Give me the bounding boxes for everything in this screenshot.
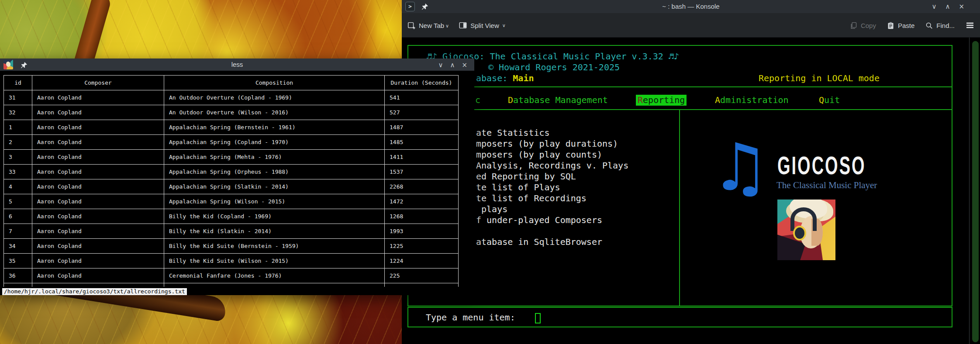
table-cell: Aaron Copland [32, 165, 164, 179]
paste-icon [887, 21, 895, 30]
table-row: 32Aaron CoplandAn Outdoor Overture (Wils… [4, 105, 459, 120]
new-tab-button[interactable]: New Tab ∨ [407, 21, 449, 30]
terminal-cursor[interactable] [535, 313, 541, 323]
maximize-button[interactable]: ∧ [945, 3, 950, 10]
menu-bar-item[interactable]: Administration [715, 95, 789, 106]
menu-bar-item[interactable]: Database Management [508, 95, 608, 106]
split-view-icon [459, 21, 467, 30]
new-tab-icon [407, 21, 416, 30]
table-cell: Aaron Copland [32, 90, 164, 105]
table-cell: Appalachian Spring (Slatkin - 2014) [164, 179, 385, 194]
maximize-button[interactable]: ∧ [450, 62, 455, 69]
menu-bar-item[interactable]: c [475, 95, 480, 106]
menu-list-item[interactable]: ate Statistics [476, 127, 550, 138]
table-row: 5Aaron CoplandAppalachian Spring (Wilson… [4, 194, 459, 209]
table-row: 33Aaron CoplandAppalachian Spring (Orphe… [4, 165, 459, 179]
close-button[interactable]: × [959, 3, 964, 10]
menu-bar-item[interactable]: Reporting [636, 95, 687, 106]
table-header-row: id Composer Composition Duration (Second… [4, 76, 459, 90]
table-cell: 1 [4, 120, 32, 135]
less-table-body: 31Aaron CoplandAn Outdoor Overture (Copl… [4, 90, 459, 287]
table-row-partial [4, 283, 459, 287]
table-cell: Aaron Copland [32, 268, 164, 283]
scrollbar-thumb[interactable] [972, 41, 979, 342]
paste-button[interactable]: Paste [887, 21, 914, 30]
copy-button[interactable]: Copy [849, 21, 876, 30]
menu-list-item[interactable]: atabase in SqliteBrowser [476, 237, 602, 248]
split-view-button[interactable]: Split View ∨ [459, 21, 506, 30]
column-header-id: id [4, 76, 32, 90]
table-cell: Aaron Copland [32, 194, 164, 209]
menu-list-item[interactable]: te list of Recordings [476, 193, 587, 204]
table-cell: 1224 [385, 254, 459, 268]
chevron-down-icon[interactable]: ∨ [502, 23, 506, 28]
table-cell: 1485 [385, 135, 459, 150]
menu-accelerator: D [508, 95, 513, 105]
menu-bar-item[interactable]: Quit [819, 95, 840, 106]
table-row: 31Aaron CoplandAn Outdoor Overture (Copl… [4, 90, 459, 105]
table-cell [385, 283, 459, 287]
menu-list-item[interactable]: mposers (by play durations) [476, 138, 618, 149]
menu-list-item[interactable]: Analysis, Recordings v. Plays [476, 160, 628, 171]
giocoso-logo-text: GIOCOSO [777, 152, 866, 180]
window-title: ~ : bash — Konsole [402, 0, 980, 13]
menu-accelerator: R [638, 95, 643, 105]
table-row: 36Aaron CoplandCeremonial Fanfare (Jones… [4, 268, 459, 283]
table-cell: Ceremonial Fanfare (Jones - 1976) [164, 268, 385, 283]
minimize-button[interactable]: ∨ [438, 62, 443, 69]
menu-list-item[interactable]: mposers (by play counts) [476, 149, 602, 160]
menu-list-item[interactable]: f under-played Composers [476, 215, 602, 226]
table-cell: Appalachian Spring (Copland - 1970) [164, 135, 385, 150]
status-file-path: /home/hjr/.local/share/giocoso3/txt/allr… [2, 288, 187, 295]
minimize-button[interactable]: ∨ [932, 3, 936, 10]
giocoso-copyright: © Howard Rogers 2021-2025 [488, 62, 620, 73]
table-cell: 32 [4, 105, 32, 120]
menu-label: uit [824, 95, 840, 105]
find-button[interactable]: Find... [925, 21, 955, 30]
less-titlebar[interactable]: less ∨ ∧ × [0, 58, 474, 71]
table-cell: 1993 [385, 224, 459, 239]
table-cell: Aaron Copland [32, 105, 164, 120]
table-cell: 31 [4, 90, 32, 105]
menu-label: eporting [643, 95, 685, 105]
table-cell: 1537 [385, 165, 459, 179]
beethoven-popart-image [777, 200, 835, 260]
less-content[interactable]: id Composer Composition Duration (Second… [0, 71, 474, 295]
table-cell: Appalachian Spring (Wilson - 2015) [164, 194, 385, 209]
table-row: 2Aaron CoplandAppalachian Spring (Coplan… [4, 135, 459, 150]
reporting-mode-indicator: Reporting in LOCAL mode [759, 73, 880, 84]
close-button[interactable]: × [462, 62, 467, 69]
column-header-duration: Duration (Seconds) [385, 76, 459, 90]
menu-list-item[interactable]: ed Reporting by SQL [476, 171, 576, 182]
database-name: Main [513, 73, 534, 83]
table-cell: 2 [4, 135, 32, 150]
hamburger-menu-button[interactable] [965, 21, 975, 30]
menu-label: dministration [720, 95, 789, 105]
column-header-composer: Composer [32, 76, 164, 90]
chevron-down-icon[interactable]: ∨ [445, 23, 449, 29]
paste-label: Paste [898, 22, 914, 29]
menu-accelerator: Q [819, 95, 824, 105]
menu-list-item[interactable]: plays [476, 204, 507, 215]
table-cell [32, 283, 164, 287]
table-cell: Billy the Kid Suite (Bernstein - 1959) [164, 239, 385, 254]
find-label: Find... [936, 22, 955, 29]
table-cell: Aaron Copland [32, 120, 164, 135]
art-headphone-cup [793, 226, 806, 241]
less-window: less ∨ ∧ × id Composer Composition Durat… [0, 58, 474, 295]
konsole-titlebar[interactable]: > ~ : bash — Konsole ∨ ∧ × [402, 0, 980, 13]
table-cell: 1268 [385, 209, 459, 224]
copy-label: Copy [861, 22, 876, 29]
menu-list-item[interactable]: te list of Plays [476, 182, 560, 193]
frame-divider [407, 109, 952, 110]
table-cell: 1225 [385, 239, 459, 254]
table-cell: Billy the Kid (Copland - 1969) [164, 209, 385, 224]
table-cell: 5 [4, 194, 32, 209]
table-cell: 225 [385, 268, 459, 283]
hamburger-menu-icon [965, 21, 975, 30]
table-row: 4Aaron CoplandAppalachian Spring (Slatki… [4, 179, 459, 194]
table-cell: 1487 [385, 120, 459, 135]
terminal-screen[interactable]: ♬♪ Giocoso: The Classical Music Player v… [402, 38, 980, 344]
frame-column-divider [679, 109, 680, 306]
table-cell: Appalachian Spring (Mehta - 1976) [164, 150, 385, 165]
